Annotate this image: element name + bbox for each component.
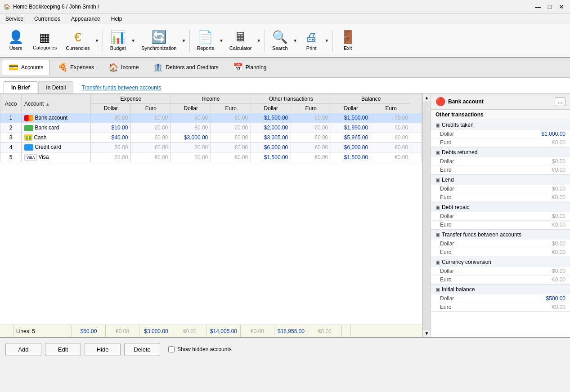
table-row[interactable]: 5 VISA Visa $0.00 €0.00 $0.00 €0.00 $1,5… [0, 152, 422, 162]
menu-appearance[interactable]: Appearance [67, 15, 104, 23]
right-panel-account-name-label: Bank account [448, 98, 484, 105]
table-scrollbar[interactable]: ▲ ▼ [422, 94, 431, 337]
cell-no [411, 133, 422, 143]
calc-dropdown-btn[interactable]: ▼ [256, 37, 262, 44]
toolbar-search-btn[interactable]: 🔍 Search [268, 27, 292, 55]
cell-income-dollar: $0.00 [171, 143, 211, 152]
hide-button[interactable]: Hide [85, 343, 121, 356]
panel-detail-row: Dollar $1,000.00 [431, 130, 570, 138]
col-expense-euro: Euro [131, 104, 171, 113]
toolbar-print-btn[interactable]: 🖨 Print [299, 27, 323, 55]
action-bar: Add Edit Hide Delete Show hidden account… [0, 337, 570, 361]
users-icon: 👤 [8, 31, 24, 44]
section-title: Credits taken [442, 122, 474, 128]
transfer-funds-link[interactable]: Transfer funds between accounts [74, 82, 168, 94]
toolbar-calc-group: 🖩 Calculator ▼ [225, 27, 262, 55]
panel-section-header[interactable]: ▣Transfer funds between accounts [431, 230, 570, 240]
panel-row-value: $500.00 [530, 295, 566, 302]
panel-section-header[interactable]: ▣Currency conversion [431, 257, 570, 267]
toolbar-users-label: Users [9, 45, 22, 51]
toolbar-reports-btn[interactable]: 📄 Reports [193, 27, 218, 55]
tab-expenses[interactable]: 🍕 Expenses [51, 60, 101, 75]
cell-income-euro: €0.00 [211, 152, 251, 162]
toolbar-categories-label: Categories [33, 45, 57, 50]
accounts-table[interactable]: Acco Account ▲ Expense Income Other tran… [0, 94, 422, 325]
panel-row-label: Dollar [440, 268, 530, 274]
panel-detail-row: Dollar $0.00 [431, 185, 570, 193]
titlebar-controls: — □ ✕ [533, 2, 566, 12]
scroll-down-btn[interactable]: ▼ [423, 329, 431, 337]
print-dropdown-btn[interactable]: ▼ [323, 37, 330, 44]
sync-icon: 🔄 [151, 31, 167, 44]
cell-balance-euro: €0.00 [371, 152, 411, 162]
panel-section-header[interactable]: ▣Initial balance [431, 285, 570, 294]
col-header-account[interactable]: Account ▲ [22, 94, 91, 113]
footer-balance-dollar: $16,955.00 [274, 325, 308, 337]
toolbar-sep-3 [265, 30, 265, 52]
toolbar-budget-btn[interactable]: 📊 Budget [106, 27, 130, 55]
cell-income-dollar: $0.00 [171, 123, 211, 133]
panel-row-label: Euro [440, 167, 530, 173]
panel-detail-row: Dollar $0.00 [431, 267, 570, 276]
cell-expense-euro: €0.00 [131, 123, 171, 133]
subtab-in-brief[interactable]: In Brief [4, 81, 37, 94]
toolbar-exit-btn[interactable]: 🚪 Exit [336, 27, 360, 55]
toolbar-reports-label: Reports [197, 45, 214, 51]
toolbar-print-group: 🖨 Print ▼ [299, 27, 330, 55]
section-title: Lend [442, 177, 454, 183]
minimize-btn[interactable]: — [533, 2, 543, 12]
panel-section-header[interactable]: ▣Credits taken [431, 120, 570, 130]
tab-debtors[interactable]: 🏦 Debtors and Creditors [146, 60, 225, 75]
tab-planning[interactable]: 📅 Planning [226, 60, 274, 75]
panel-section-header[interactable]: ▣Lend [431, 175, 570, 185]
reports-dropdown-btn[interactable]: ▼ [218, 37, 224, 44]
tab-accounts[interactable]: 💳 Accounts [2, 60, 50, 75]
cell-expense-euro: €0.00 [131, 143, 171, 152]
panel-section: ▣Initial balance Dollar $500.00 Euro €0.… [431, 285, 570, 312]
table-row[interactable]: 2 Bank card $10.00 €0.00 $0.00 €0.00 $2,… [0, 123, 422, 133]
menu-service[interactable]: Service [2, 15, 27, 23]
toolbar-categories-btn[interactable]: ▦ Categories [29, 27, 61, 55]
right-panel-options-btn[interactable]: ... [555, 97, 566, 106]
menu-currencies[interactable]: Currencies [31, 15, 64, 23]
panel-section-header[interactable]: ▣Debt repaid [431, 202, 570, 212]
toolbar-sync-btn[interactable]: 🔄 Synchronization [137, 27, 180, 55]
delete-button[interactable]: Delete [124, 343, 160, 356]
toolbar-sep-1 [103, 30, 103, 52]
cell-other-dollar: $3,005.00 [251, 133, 291, 143]
budget-dropdown-btn[interactable]: ▼ [130, 37, 136, 44]
edit-button[interactable]: Edit [45, 343, 81, 356]
toolbar-users-btn[interactable]: 👤 Users [4, 27, 28, 55]
add-button[interactable]: Add [5, 343, 41, 356]
show-hidden-checkbox[interactable] [168, 346, 175, 352]
panel-section-header[interactable]: ▣Debts returned [431, 147, 570, 157]
panel-row-value: €0.00 [530, 249, 566, 255]
panel-section: ▣Debt repaid Dollar $0.00 Euro €0.00 [431, 202, 570, 230]
toolbar-currencies-btn[interactable]: € Currencies [62, 27, 94, 55]
sync-dropdown-btn[interactable]: ▼ [180, 37, 187, 44]
scroll-up-btn[interactable]: ▲ [423, 94, 431, 102]
footer-balance-euro: €0.00 [308, 325, 342, 337]
maximize-btn[interactable]: □ [545, 2, 555, 12]
collapse-icon: ▣ [435, 122, 440, 128]
cell-other-euro: €0.00 [291, 143, 331, 152]
cell-num: 5 [0, 152, 22, 162]
toolbar-calc-btn[interactable]: 🖩 Calculator [225, 27, 256, 55]
menu-help[interactable]: Help [108, 15, 126, 23]
panel-row-value: €0.00 [530, 139, 566, 146]
close-btn[interactable]: ✕ [557, 2, 566, 12]
tab-income[interactable]: 🏠 Income [102, 60, 145, 75]
panel-row-label: Dollar [440, 186, 530, 192]
footer-income-dollar: $3,000.00 [139, 325, 173, 337]
table-row[interactable]: 1 Bank account $0.00 €0.00 $0.00 €0.00 $… [0, 113, 422, 123]
search-dropdown-btn[interactable]: ▼ [292, 37, 298, 44]
currencies-dropdown-btn[interactable]: ▼ [94, 37, 100, 44]
reports-icon: 📄 [197, 31, 213, 44]
subtab-in-detail[interactable]: In Detail [38, 81, 73, 94]
table-row[interactable]: 4 Credit card $0.00 €0.00 $0.00 €0.00 $6… [0, 143, 422, 152]
table-row[interactable]: 3 💵 Cash $40.00 €0.00 $3,000.00 €0.00 $3… [0, 133, 422, 143]
panel-row-label: Euro [440, 276, 530, 283]
cell-account: Bank account [22, 113, 91, 123]
expenses-tab-icon: 🍕 [58, 62, 67, 72]
toolbar-print-label: Print [306, 45, 317, 51]
